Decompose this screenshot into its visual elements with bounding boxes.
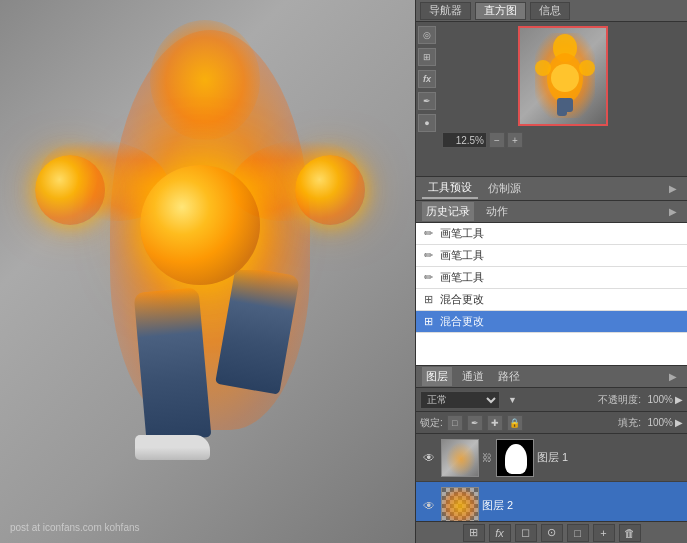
opacity-label: 不透明度: <box>598 393 641 407</box>
shoe-left <box>135 435 210 460</box>
figure-container <box>30 10 390 520</box>
layers-menu-arrow[interactable]: ▶ <box>665 371 681 382</box>
history-label-2: 画笔工具 <box>440 248 484 263</box>
svg-rect-6 <box>563 98 573 112</box>
glow-head <box>150 20 260 140</box>
layer-item-2[interactable]: 👁 图层 2 <box>416 482 687 521</box>
history-label-3: 画笔工具 <box>440 270 484 285</box>
thumb-figure <box>535 33 595 118</box>
preset-tab-clone[interactable]: 仿制源 <box>482 179 527 198</box>
layer-eye-1[interactable]: 👁 <box>420 449 438 467</box>
brush-icon[interactable]: ✒ <box>418 92 436 110</box>
grid-icon[interactable]: ⊞ <box>418 48 436 66</box>
layer-item-1[interactable]: 👁 ⛓ 图层 1 <box>416 434 687 482</box>
tab-navigator[interactable]: 导航器 <box>420 2 471 20</box>
layer-group-btn[interactable]: □ <box>567 524 589 542</box>
layer-thumb-overlay-2 <box>442 488 478 522</box>
nav-icon[interactable]: ◎ <box>418 26 436 44</box>
tab-history[interactable]: 历史记录 <box>422 202 474 221</box>
leg-left <box>134 287 212 442</box>
tab-paths[interactable]: 路径 <box>494 367 524 386</box>
layer-mask-figure-1 <box>505 444 527 474</box>
nav-tabs: 导航器 直方图 信息 <box>416 0 687 22</box>
layer-chain-1: ⛓ <box>482 452 492 463</box>
opacity-control: 不透明度: 100% ▶ <box>598 393 683 407</box>
layer-link-btn[interactable]: ⊞ <box>463 524 485 542</box>
svg-point-3 <box>579 60 595 76</box>
lock-transparent-btn[interactable]: □ <box>447 415 463 431</box>
history-item-3[interactable]: ✏ 画笔工具 <box>416 267 687 289</box>
fx-icon[interactable]: fx <box>418 70 436 88</box>
lock-all-btn[interactable]: 🔒 <box>507 415 523 431</box>
layer-adjustment-btn[interactable]: ⊙ <box>541 524 563 542</box>
orb-center <box>140 165 260 285</box>
history-label-5: 混合更改 <box>440 314 484 329</box>
merge-history-icon-5: ⊞ <box>420 314 436 330</box>
orb-right <box>295 155 365 225</box>
circle-icon[interactable]: ● <box>418 114 436 132</box>
zoom-controls: − + <box>442 130 683 150</box>
brush-history-icon-2: ✏ <box>420 248 436 264</box>
layer-name-2: 图层 2 <box>482 498 683 513</box>
canvas-image <box>0 0 415 543</box>
svg-point-4 <box>551 64 579 92</box>
watermark: post at iconfans.com kohfans <box>10 522 140 533</box>
layers-controls: 正常 ▼ 不透明度: 100% ▶ <box>416 388 687 412</box>
lock-label: 锁定: <box>420 416 443 430</box>
preset-menu-arrow[interactable]: ▶ <box>665 183 681 194</box>
fill-label: 填充: <box>618 416 641 430</box>
preview-thumbnail <box>518 26 608 126</box>
tab-info[interactable]: 信息 <box>530 2 570 20</box>
leg-right <box>215 270 300 395</box>
fill-arrow[interactable]: ▶ <box>675 417 683 428</box>
blend-mode-select[interactable]: 正常 <box>420 391 500 409</box>
zoom-out-button[interactable]: − <box>489 132 505 148</box>
tab-actions[interactable]: 动作 <box>482 202 512 221</box>
merge-history-icon-4: ⊞ <box>420 292 436 308</box>
layer-thumb-1 <box>441 439 479 477</box>
zoom-in-button[interactable]: + <box>507 132 523 148</box>
layer-thumb-2 <box>441 487 479 522</box>
zoom-input[interactable] <box>442 132 487 148</box>
tab-layers[interactable]: 图层 <box>422 367 452 386</box>
lock-move-btn[interactable]: ✚ <box>487 415 503 431</box>
lock-controls: 锁定: □ ✒ ✚ 🔒 填充: 100% ▶ <box>416 412 687 434</box>
thumbnail-area: − + <box>438 22 687 176</box>
history-item-1[interactable]: ✏ 画笔工具 <box>416 223 687 245</box>
tool-icons: ◎ ⊞ fx ✒ ● <box>416 22 438 176</box>
opacity-arrow[interactable]: ▶ <box>675 394 683 405</box>
history-item-2[interactable]: ✏ 画笔工具 <box>416 245 687 267</box>
figure-lower <box>130 270 300 470</box>
history-menu-arrow[interactable]: ▶ <box>665 206 681 217</box>
history-item-5[interactable]: ⊞ 混合更改 <box>416 311 687 333</box>
lock-paint-btn[interactable]: ✒ <box>467 415 483 431</box>
preset-tab-tools[interactable]: 工具预设 <box>422 178 478 199</box>
history-list: ✏ 画笔工具 ✏ 画笔工具 ✏ 画笔工具 ⊞ 混合更改 ⊞ 混合更改 <box>416 223 687 365</box>
right-panel: 导航器 直方图 信息 ◎ ⊞ fx ✒ ● <box>415 0 687 543</box>
layers-tabs: 图层 通道 路径 ▶ <box>416 366 687 388</box>
top-section: ◎ ⊞ fx ✒ ● <box>416 22 687 177</box>
history-item-4[interactable]: ⊞ 混合更改 <box>416 289 687 311</box>
brush-history-icon-3: ✏ <box>420 270 436 286</box>
tab-channels[interactable]: 通道 <box>458 367 488 386</box>
layer-name-1: 图层 1 <box>537 450 683 465</box>
layer-eye-2[interactable]: 👁 <box>420 497 438 515</box>
history-label-4: 混合更改 <box>440 292 484 307</box>
canvas-area: post at iconfans.com kohfans <box>0 0 415 543</box>
tab-histogram[interactable]: 直方图 <box>475 2 526 20</box>
layer-fx-btn[interactable]: fx <box>489 524 511 542</box>
layer-mask-1 <box>496 439 534 477</box>
layer-new-btn[interactable]: + <box>593 524 615 542</box>
layers-actions: ⊞ fx ◻ ⊙ □ + 🗑 <box>416 521 687 543</box>
brush-history-icon-1: ✏ <box>420 226 436 242</box>
svg-point-2 <box>535 60 551 76</box>
main-container: post at iconfans.com kohfans 导航器 直方图 信息 … <box>0 0 687 543</box>
layer-delete-btn[interactable]: 🗑 <box>619 524 641 542</box>
preset-section: 工具预设 仿制源 ▶ <box>416 177 687 201</box>
history-section: 历史记录 动作 ▶ ✏ 画笔工具 ✏ 画笔工具 ✏ 画笔工具 ⊞ <box>416 201 687 366</box>
orb-left <box>35 155 105 225</box>
history-header: 历史记录 动作 ▶ <box>416 201 687 223</box>
opacity-value: 100% <box>643 394 673 405</box>
layer-mask-btn[interactable]: ◻ <box>515 524 537 542</box>
layers-list: 👁 ⛓ 图层 1 👁 <box>416 434 687 521</box>
